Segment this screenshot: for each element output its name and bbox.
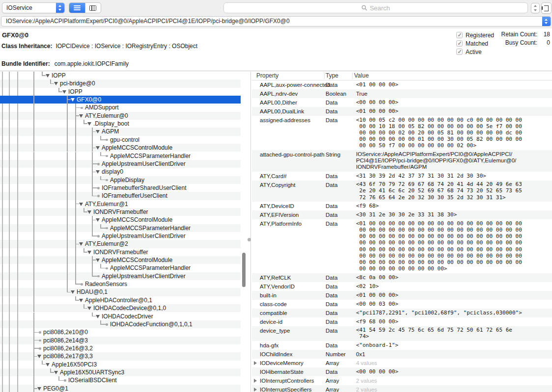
disclosure-expanded-icon[interactable]	[62, 90, 66, 94]
disclosure-collapsed-icon[interactable]	[254, 361, 257, 365]
tree-row-IOHDACodecDriver[interactable]: IOHDACodecDriver	[0, 313, 241, 320]
disclosure-expanded-icon[interactable]	[96, 170, 100, 174]
tree-row-RadeonSensors[interactable]: RadeonSensors	[0, 280, 241, 288]
property-row-built-in[interactable]: built-inData<01 00 00 00>	[252, 291, 552, 300]
tree-row-GFX0-0[interactable]: GFX0@0	[0, 96, 241, 104]
disclosure-expanded-icon[interactable]	[96, 130, 100, 133]
tree-row-pci8086-2e16-3-2[interactable]: pci8086,2e16@3,2	[0, 344, 241, 352]
tree-row-AppleHDAController-0-1[interactable]: AppleHDAController@0,1	[0, 296, 241, 304]
tree-row-AMDSupport[interactable]: AMDSupport	[0, 104, 241, 111]
column-header-value[interactable]: Value	[354, 72, 369, 80]
property-row-ATY-DeviceID[interactable]: ATY,DeviceIDData<f9 68>	[252, 202, 552, 210]
property-row-IOHibernateState[interactable]: IOHibernateStateData<00 00 00 00>	[252, 367, 552, 376]
disclosure-expanded-icon[interactable]	[54, 82, 58, 85]
tree-row-ATY-Eulemur-0[interactable]: ATY,Eulemur@0	[0, 112, 241, 120]
global-search-input[interactable]: Search	[223, 2, 528, 13]
splitter-handle-dot[interactable]	[248, 238, 251, 241]
tree-row-IONDRVFramebuffer[interactable]: IONDRVFramebuffer	[0, 248, 241, 256]
tree-row-ATY-Eulemur-1[interactable]: ATY,Eulemur@1	[0, 200, 241, 208]
column-header-property[interactable]: Property	[256, 72, 278, 80]
tree-row-AppleUpstreamUserClientDriver[interactable]: AppleUpstreamUserClientDriver	[0, 160, 241, 168]
tree-scrollbar-thumb[interactable]	[242, 253, 246, 287]
tree-row-pci8086-2e10-0[interactable]: pci8086,2e10@0	[0, 328, 241, 336]
path-bar[interactable]: IOService:/AppleACPIPlatformExpert/PCI0@…	[1, 16, 551, 26]
property-row-ATY-PlatformInfo[interactable]: ATY,PlatformInfoData<01 00 00 00 00 00 0…	[252, 219, 552, 273]
tree-row-AppleMCCSControlModule[interactable]: AppleMCCSControlModule	[0, 216, 241, 224]
property-row-ATY-RefCLK[interactable]: ATY,RefCLKData<8c 0a 00 00>	[252, 273, 552, 282]
segment-column-view[interactable]	[85, 3, 101, 13]
property-row-AAPL-aux-power-connected[interactable]: AAPL,aux-power-connectedData<01 00 00 00…	[252, 80, 552, 89]
tree-row-AppleUpstreamUserClientDriver[interactable]: AppleUpstreamUserClientDriver	[0, 232, 241, 240]
tree-row-PEG0-1[interactable]: PEG0@1	[0, 385, 241, 392]
tree-row-IOPP[interactable]: IOPP	[0, 88, 241, 96]
tree-row-IOSerialBSDClient[interactable]: IOSerialBSDClient	[0, 376, 241, 384]
property-row-IOInterruptControllers[interactable]: IOInterruptControllersArray2 values	[252, 376, 552, 385]
disclosure-expanded-icon[interactable]	[46, 74, 50, 78]
disclosure-expanded-icon[interactable]	[46, 363, 50, 366]
property-row-IOChildIndex[interactable]: IOChildIndexNumber0x1	[252, 350, 552, 359]
tree-row-IOFramebufferSharedUserClient[interactable]: IOFramebufferSharedUserClient	[0, 184, 241, 192]
disclosure-expanded-icon[interactable]	[37, 355, 41, 358]
disclosure-expanded-icon[interactable]	[79, 242, 83, 246]
tree-row-AGPM[interactable]: AGPM	[0, 128, 241, 135]
plane-selector-dropdown[interactable]: IOService	[2, 2, 65, 13]
tree-row-gpu-control[interactable]: gpu-control	[0, 136, 241, 144]
disclosure-expanded-icon[interactable]	[96, 315, 100, 318]
disclosure-expanded-icon[interactable]	[79, 203, 83, 206]
property-row-hda-gfx[interactable]: hda-gfxData<"onboard-1">	[252, 341, 552, 350]
property-row-device-id[interactable]: device-idData<f9 68 00 00>	[252, 317, 552, 326]
tree-row-IOHDACodecFunction-0-1-0-1[interactable]: IOHDACodecFunction@0,1,0,1	[0, 320, 241, 328]
property-row-AAPL00-DualLink[interactable]: AAPL00,DualLinkData<01 00 00 00>	[252, 107, 552, 116]
tree-row-IOHDACodecDevice-0-1-0[interactable]: IOHDACodecDevice@0,1,0	[0, 304, 241, 312]
property-row-class-code[interactable]: class-codeData<00 00 03 00>	[252, 300, 552, 309]
tree-row-AppleMCCSParameterHandler[interactable]: AppleMCCSParameterHandler	[0, 224, 241, 232]
tree-row-AppleMCCSControlModule[interactable]: AppleMCCSControlModule	[0, 144, 241, 152]
history-stepper[interactable]	[531, 3, 540, 13]
disclosure-expanded-icon[interactable]	[87, 307, 91, 310]
tree-row-display0[interactable]: display0	[0, 168, 241, 176]
property-row-ATY-VendorID[interactable]: ATY,VendorIDData<02 10>	[252, 282, 552, 291]
property-row-attached-gpu-control-path[interactable]: attached-gpu-control-pathStringIOService…	[252, 150, 552, 172]
column-header-type[interactable]: Type	[326, 72, 338, 80]
property-row-device-type[interactable]: device_typeData<41 54 59 2c 45 75 6c 65 …	[252, 326, 552, 341]
flag-active[interactable]: Active	[456, 48, 494, 56]
tree-row-IOFramebufferUserClient[interactable]: IOFramebufferUserClient	[0, 192, 241, 200]
disclosure-expanded-icon[interactable]	[96, 218, 100, 222]
tree-row-pci8086-2e17-3-3[interactable]: pci8086,2e17@3,3	[0, 352, 241, 360]
property-row-compatible[interactable]: compatibleData<"pci1787,2291", "pci1002,…	[252, 309, 552, 317]
tree-row-Apple16X50UARTSync3[interactable]: Apple16X50UARTSync3	[0, 368, 241, 376]
property-row-IOInterruptSpecifiers[interactable]: IOInterruptSpecifiersArray2 values	[252, 385, 552, 392]
property-row-IODeviceMemory[interactable]: IODeviceMemoryArray4 values	[252, 359, 552, 367]
disclosure-expanded-icon[interactable]	[79, 299, 83, 302]
disclosure-expanded-icon[interactable]	[87, 251, 91, 254]
tree-row-AppleDisplay[interactable]: AppleDisplay	[0, 176, 241, 184]
tree-row-IOPP[interactable]: IOPP	[0, 72, 241, 79]
tree-row-AppleMCCSControlModule[interactable]: AppleMCCSControlModule	[0, 256, 241, 264]
disclosure-expanded-icon[interactable]	[87, 210, 91, 214]
segment-list-view[interactable]	[69, 3, 85, 13]
tree-row--Display-boot[interactable]: .Display_boot	[0, 120, 241, 128]
disclosure-expanded-icon[interactable]	[96, 146, 100, 150]
tree-row-AppleUpstreamUserClientDriver[interactable]: AppleUpstreamUserClientDriver	[0, 272, 241, 280]
disclosure-expanded-icon[interactable]	[87, 122, 91, 126]
disclosure-expanded-icon[interactable]	[96, 259, 100, 262]
disclosure-expanded-icon[interactable]	[71, 290, 75, 294]
tree-row-HDAU-0-1[interactable]: HDAU@0,1	[0, 288, 241, 296]
pane-splitter[interactable]	[250, 72, 251, 392]
disclosure-expanded-icon[interactable]	[37, 387, 41, 391]
property-row-ATY-Card-[interactable]: ATY,Card#Data<31 30 39 2d 42 37 37 31 30…	[252, 172, 552, 181]
inspector-toggle-button[interactable]	[541, 2, 552, 14]
disclosure-expanded-icon[interactable]	[54, 371, 58, 374]
flag-registered[interactable]: Registered	[456, 31, 494, 39]
tree-row-IONDRVFramebuffer[interactable]: IONDRVFramebuffer	[0, 208, 241, 216]
property-row-assigned-addresses[interactable]: assigned-addressesData<10 00 05 c2 00 00…	[252, 116, 552, 150]
property-row-ATY-Copyright[interactable]: ATY,CopyrightData<43 6f 70 79 72 69 67 6…	[252, 181, 552, 202]
tree-row-AppleMCCSParameterHandler[interactable]: AppleMCCSParameterHandler	[0, 264, 241, 272]
tree-row-pci8086-2e14-3[interactable]: pci8086,2e14@3	[0, 337, 241, 344]
property-row-AAPL00-Dither[interactable]: AAPL00,DitherData<00 00 00 00>	[252, 98, 552, 107]
tree-row-ATY-Eulemur-2[interactable]: ATY,Eulemur@2	[0, 240, 241, 248]
disclosure-collapsed-icon[interactable]	[254, 388, 257, 392]
disclosure-expanded-icon[interactable]	[79, 114, 83, 118]
property-row-AAPL-ndrv-dev[interactable]: AAPL,ndrv-devBooleanTrue	[252, 89, 552, 98]
disclosure-collapsed-icon[interactable]	[254, 379, 257, 383]
